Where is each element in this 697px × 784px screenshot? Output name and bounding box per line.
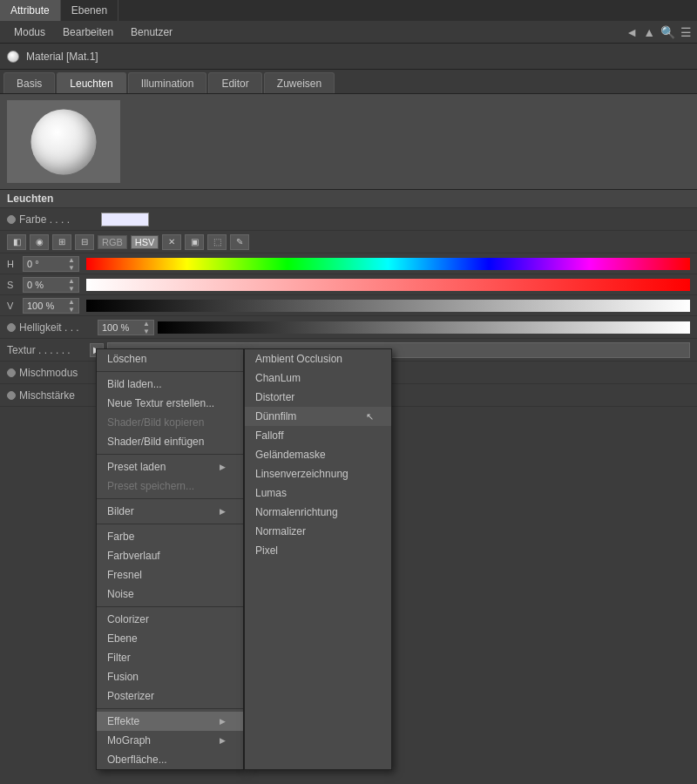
material-header: Material [Mat.1] xyxy=(0,44,697,70)
textur-label: Textur . . . . . . xyxy=(7,344,90,356)
sub-tab-zuweisen[interactable]: Zuweisen xyxy=(264,72,335,93)
sub-distorter[interactable]: Distorter xyxy=(245,388,391,407)
ctx-ebene[interactable]: Ebene xyxy=(97,629,243,648)
menu-hamburger-icon[interactable]: ☰ xyxy=(680,25,692,39)
color-tool-2[interactable]: ◉ xyxy=(30,234,49,250)
farbe-dot xyxy=(7,215,16,224)
sub-lumas[interactable]: Lumas xyxy=(245,483,391,503)
tab-attribute[interactable]: Attribute xyxy=(0,0,61,21)
h-slider-row: H 0 ° ▲▼ xyxy=(0,253,697,274)
ctx-filter[interactable]: Filter xyxy=(97,648,243,667)
sub-pixel[interactable]: Pixel xyxy=(245,541,391,560)
sub-linsenverzeichnung[interactable]: Linsenverzeichnung xyxy=(245,464,391,483)
ctx-posterizer[interactable]: Posterizer xyxy=(97,686,243,706)
s-arrows[interactable]: ▲▼ xyxy=(68,277,75,293)
menu-bearbeiten[interactable]: Bearbeiten xyxy=(54,21,122,43)
ctx-effekte[interactable]: Effekte ▶ xyxy=(97,712,243,731)
s-slider-row: S 0 % ▲▼ xyxy=(0,274,697,295)
tab-ebenen[interactable]: Ebenen xyxy=(61,0,118,21)
mograph-arrow: ▶ xyxy=(220,736,226,745)
effekte-submenu: Ambient Occlusion ChanLum Distorter Dünn… xyxy=(244,348,392,770)
sat-gradient xyxy=(86,279,690,291)
s-value-box[interactable]: 0 % ▲▼ xyxy=(23,277,79,293)
sub-gelaendemaske[interactable]: Geländemaske xyxy=(245,445,391,464)
sub-chanlum[interactable]: ChanLum xyxy=(245,368,391,388)
sub-ambient-occlusion[interactable]: Ambient Occlusion xyxy=(245,349,391,368)
ctx-mograph[interactable]: MoGraph ▶ xyxy=(97,731,243,750)
ctx-preset-laden[interactable]: Preset laden ▶ xyxy=(97,457,243,476)
helligkeit-label: Helligkeit . . . xyxy=(19,321,98,334)
search-icon[interactable]: 🔍 xyxy=(660,25,675,39)
mischstaerke-label: Mischstärke xyxy=(19,389,75,402)
sub-duennfilm[interactable]: Dünnfilm ↖ xyxy=(245,407,391,426)
ctx-shader-kopieren: Shader/Bild kopieren xyxy=(97,413,243,432)
preview-area xyxy=(0,94,697,190)
color-mode-label: RGB xyxy=(98,235,127,249)
menu-bar: Modus Bearbeiten Benutzer ◄ ▲ 🔍 ☰ xyxy=(0,21,697,44)
helligkeit-dot xyxy=(7,323,16,332)
ctx-shader-einfuegen[interactable]: Shader/Bild einfügen xyxy=(97,432,243,451)
h-arrows[interactable]: ▲▼ xyxy=(68,256,75,272)
ctx-fusion[interactable]: Fusion xyxy=(97,667,243,686)
ctx-farbe[interactable]: Farbe xyxy=(97,527,243,546)
s-slider[interactable] xyxy=(86,279,690,291)
mischstaerke-dot xyxy=(7,391,16,400)
sub-falloff[interactable]: Falloff xyxy=(245,426,391,445)
cursor-icon: ↖ xyxy=(366,411,374,422)
color-tool-1[interactable]: ◧ xyxy=(7,234,26,250)
color-tool-5[interactable]: ✕ xyxy=(162,234,181,250)
ctx-noise[interactable]: Noise xyxy=(97,585,243,604)
v-arrows[interactable]: ▲▼ xyxy=(68,298,75,314)
ctx-bild-laden[interactable]: Bild laden... xyxy=(97,375,243,394)
sub-tab-leuchten[interactable]: Leuchten xyxy=(57,72,125,93)
v-label: V xyxy=(7,301,19,311)
farbe-label: Farbe . . . . xyxy=(19,213,98,226)
ctx-oberflaeche[interactable]: Oberfläche... xyxy=(97,750,243,769)
ctx-sep-6 xyxy=(97,708,243,709)
top-tab-bar: Attribute Ebenen xyxy=(0,0,697,21)
sub-tab-bar: Basis Leuchten Illumination Editor Zuwei… xyxy=(0,70,697,94)
material-dot xyxy=(7,51,19,63)
sub-tab-basis[interactable]: Basis xyxy=(3,72,55,93)
back-icon[interactable]: ◄ xyxy=(626,25,638,39)
h-value: 0 ° xyxy=(27,259,68,269)
color-mode-hsv: HSV xyxy=(131,235,159,249)
menu-benutzer[interactable]: Benutzer xyxy=(122,21,181,43)
color-tool-3[interactable]: ⊞ xyxy=(52,234,71,250)
effekte-arrow: ▶ xyxy=(220,717,226,726)
ctx-fresnel[interactable]: Fresnel xyxy=(97,565,243,585)
material-label: Material [Mat.1] xyxy=(26,51,98,63)
ctx-bilder[interactable]: Bilder ▶ xyxy=(97,502,243,521)
sub-tab-editor[interactable]: Editor xyxy=(208,72,261,93)
menu-icon-group: ◄ ▲ 🔍 ☰ xyxy=(626,25,692,39)
h-label: H xyxy=(7,259,19,269)
preview-box xyxy=(7,100,120,183)
v-slider-row: V 100 % ▲▼ xyxy=(0,295,697,316)
context-menu: Löschen Bild laden... Neue Textur erstel… xyxy=(96,348,244,770)
bilder-arrow: ▶ xyxy=(220,507,226,516)
ctx-sep-1 xyxy=(97,371,243,372)
color-tool-6[interactable]: ▣ xyxy=(185,234,204,250)
helligkeit-arrows[interactable]: ▲▼ xyxy=(143,320,150,335)
sub-tab-illumination[interactable]: Illumination xyxy=(128,72,207,93)
ctx-sep-3 xyxy=(97,498,243,499)
color-tool-8[interactable]: ✎ xyxy=(230,234,249,250)
ctx-farbverlauf[interactable]: Farbverlauf xyxy=(97,546,243,565)
ctx-neue-textur[interactable]: Neue Textur erstellen... xyxy=(97,394,243,413)
up-icon[interactable]: ▲ xyxy=(643,25,655,39)
v-slider[interactable] xyxy=(86,300,690,312)
helligkeit-slider[interactable] xyxy=(158,321,690,334)
menu-modus[interactable]: Modus xyxy=(5,21,54,43)
sub-normalenrichtung[interactable]: Normalenrichtung xyxy=(245,503,391,522)
h-value-box[interactable]: 0 ° ▲▼ xyxy=(23,256,79,272)
helligkeit-value-box[interactable]: 100 % ▲▼ xyxy=(98,320,154,335)
color-tool-4[interactable]: ⊟ xyxy=(75,234,94,250)
color-tool-7[interactable]: ⬚ xyxy=(207,234,227,250)
color-swatch[interactable] xyxy=(101,213,149,226)
sub-normalizer[interactable]: Normalizer xyxy=(245,522,391,541)
ctx-colorizer[interactable]: Colorizer xyxy=(97,610,243,629)
h-slider[interactable] xyxy=(86,258,690,270)
v-value-box[interactable]: 100 % ▲▼ xyxy=(23,298,79,314)
ctx-loeschen[interactable]: Löschen xyxy=(97,349,243,368)
preview-sphere xyxy=(31,109,97,174)
